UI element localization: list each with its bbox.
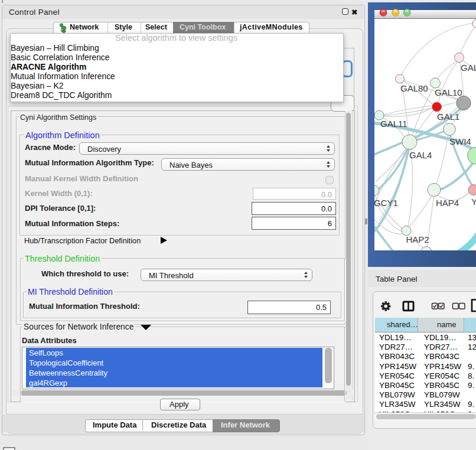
- svg-text:GAL1: GAL1: [437, 112, 459, 122]
- svg-text:GAL80: GAL80: [400, 83, 428, 93]
- svg-text:YD: YD: [471, 197, 476, 207]
- svg-text:GAL10: GAL10: [435, 87, 462, 97]
- svg-text:GAL4: GAL4: [409, 150, 432, 160]
- svg-text:SWI4: SWI4: [449, 136, 471, 146]
- svg-text:GAL11: GAL11: [380, 119, 407, 129]
- svg-text:GCY1: GCY1: [374, 198, 398, 208]
- svg-text:HAP4: HAP4: [436, 198, 459, 208]
- svg-text:HAP2: HAP2: [406, 234, 429, 244]
- svg-text:GAL7: GAL7: [461, 63, 476, 73]
